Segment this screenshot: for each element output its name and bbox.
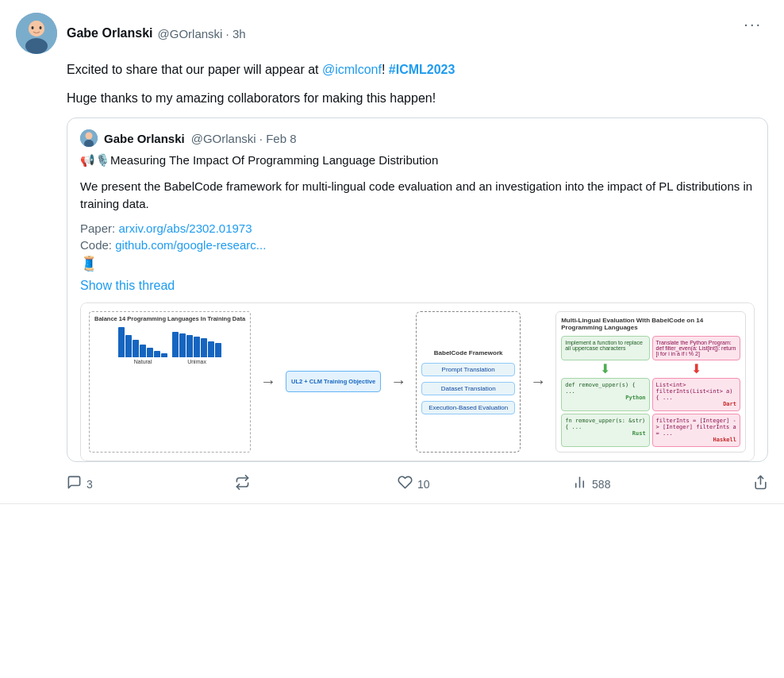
tweet-main-text: Excited to share that our paper will app… [67, 60, 768, 79]
ubar-6 [208, 341, 214, 357]
training-data-section: Balance 14 Programming Languages In Trai… [89, 311, 251, 453]
svg-point-4 [32, 26, 34, 29]
multilingual-title: Multi-Lingual Evaluation With BabelCode … [561, 317, 740, 331]
framework-prompt: Prompt Translation [421, 363, 515, 376]
ubar-4 [194, 337, 200, 357]
display-name[interactable]: Gabe Orlanski [67, 26, 153, 40]
ubar-7 [215, 343, 221, 357]
tweet-second-paragraph: Huge thanks to my amazing collaborators … [67, 89, 768, 108]
paper-diagram-image: Balance 14 Programming Languages In Trai… [80, 302, 755, 461]
quoted-tweet-description: We present the BabelCode framework for m… [80, 178, 755, 214]
reply-count: 3 [86, 478, 93, 491]
paper-diagram: Balance 14 Programming Languages In Trai… [80, 302, 755, 461]
bar-5 [147, 348, 153, 357]
eval-dart-code: List<int> filterInts(List<int> a) { ... … [652, 378, 740, 411]
ubar-2 [179, 333, 186, 357]
eval-grid: Implement a function to replace all uppe… [561, 336, 740, 447]
bar-2 [125, 335, 132, 357]
tweet-actions: 3 [67, 472, 768, 494]
share-action[interactable] [753, 475, 768, 494]
multilingual-section: Multi-Lingual Evaluation With BabelCode … [555, 311, 746, 453]
hashtag-icml2023[interactable]: #ICML2023 [389, 63, 455, 76]
two-charts: Natural [118, 326, 221, 364]
ubar-3 [186, 335, 193, 357]
svg-point-7 [86, 133, 93, 140]
down-arrow-green: ⬇ [561, 363, 649, 376]
more-options-button[interactable]: ··· [737, 13, 768, 35]
ubar-1 [172, 332, 179, 357]
bar-7 [161, 353, 167, 357]
views-count: 588 [592, 478, 610, 491]
mention-icmlconf[interactable]: @icmlconf [322, 63, 382, 76]
show-thread-link[interactable]: Show this thread [80, 279, 755, 302]
views-action[interactable]: 588 [572, 475, 610, 494]
quoted-paper-link: Paper: arxiv.org/abs/2302.01973 [80, 222, 755, 235]
handle-time: @GOrlanski · 3h [158, 27, 246, 40]
avatar[interactable] [16, 13, 57, 54]
babel-framework: BabelCode Framework Prompt Translation D… [416, 311, 521, 453]
like-action[interactable]: 10 [398, 475, 430, 494]
quoted-tweet[interactable]: Gabe Orlanski @GOrlanski · Feb 8 📢🎙️Meas… [67, 117, 768, 462]
framework-execution: Execution-Based Evaluation [421, 401, 515, 414]
down-arrow-red: ⬇ [652, 363, 740, 376]
bar-1 [118, 327, 125, 357]
user-info: Gabe Orlanski @GOrlanski · 3h [67, 26, 246, 40]
unimax-label: Unimax [187, 359, 206, 364]
like-count: 10 [417, 478, 430, 491]
retweet-action[interactable] [235, 475, 255, 494]
quoted-tweet-header: Gabe Orlanski @GOrlanski · Feb 8 [80, 129, 755, 147]
unimax-chart: Unimax [172, 326, 221, 364]
tweet-card: Gabe Orlanski @GOrlanski · 3h ··· Excite… [0, 0, 784, 504]
ubar-5 [201, 338, 207, 357]
arrow-3: → [527, 372, 549, 391]
quoted-display-name[interactable]: Gabe Orlanski [104, 132, 185, 145]
reply-icon [67, 475, 82, 494]
quoted-avatar [80, 129, 98, 147]
retweet-icon [235, 475, 250, 494]
eval-python-code: def remove_upper(s) { ... Python [561, 378, 649, 411]
ul2-box: UL2 + CLM Training Objective [286, 371, 381, 392]
unimax-bars [172, 326, 221, 357]
bar-6 [154, 351, 160, 357]
like-icon [398, 475, 413, 494]
tweet-body: Excited to share that our paper will app… [67, 60, 768, 494]
thread-emoji: 🧵 [80, 255, 755, 272]
bar-4 [140, 345, 146, 357]
views-icon [572, 475, 587, 494]
svg-point-5 [40, 26, 42, 29]
eval-rust-code: fn remove_upper(s: &str) { ... Rust [561, 414, 649, 447]
tweet-header: Gabe Orlanski @GOrlanski · 3h ··· [16, 13, 768, 54]
eval-haskell-code: filterInts = [Integer] -> [Integer] filt… [652, 414, 740, 447]
arrow-2: → [387, 372, 409, 391]
tweet-header-left: Gabe Orlanski @GOrlanski · 3h [16, 13, 246, 54]
ul2-section: UL2 + CLM Training Objective [286, 311, 381, 453]
framework-title: BabelCode Framework [434, 349, 503, 356]
eval-prompt-box: Implement a function to replace all uppe… [561, 336, 649, 360]
user-name-row: Gabe Orlanski @GOrlanski · 3h [67, 26, 246, 40]
natural-chart: Natural [118, 326, 167, 364]
arrow-1: → [257, 372, 279, 391]
natural-bars [118, 326, 167, 357]
quoted-handle-date: @GOrlanski · Feb 8 [191, 132, 297, 145]
quoted-code-link: Code: github.com/google-researc... [80, 238, 755, 252]
share-icon [753, 475, 768, 494]
svg-point-3 [29, 21, 44, 37]
reply-action[interactable]: 3 [67, 475, 93, 494]
training-title: Balance 14 Programming Languages In Trai… [94, 315, 245, 322]
quoted-tweet-title: 📢🎙️Measuring The Impact Of Programming L… [80, 152, 755, 170]
bar-3 [133, 340, 139, 357]
svg-point-2 [25, 38, 48, 54]
natural-label: Natural [134, 359, 152, 364]
framework-dataset: Dataset Translation [421, 382, 515, 395]
eval-translate-box: Translate the Python Program: def filter… [652, 336, 740, 360]
